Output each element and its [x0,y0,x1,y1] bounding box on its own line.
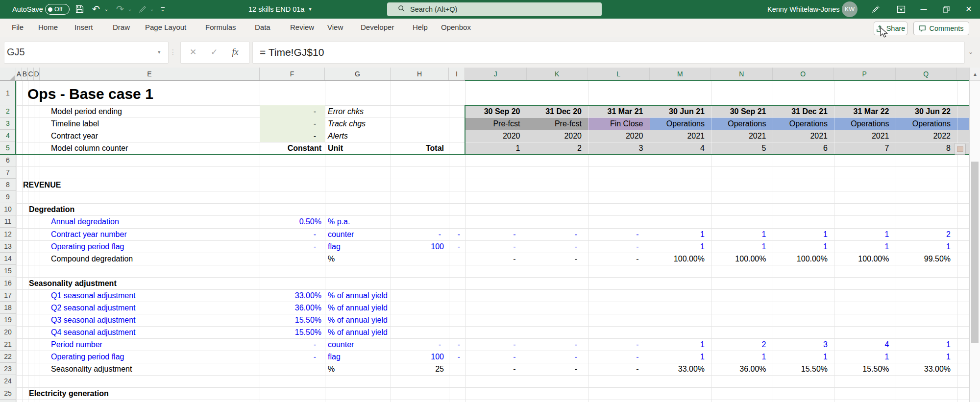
cell-P14[interactable]: 100.00% [834,253,896,265]
cell-K14[interactable]: - [527,253,588,265]
cell-I13[interactable]: - [449,240,465,253]
cell-G23[interactable]: % [325,363,335,375]
cell-N22[interactable]: 1 [711,351,773,363]
tab-review[interactable]: Review [290,19,314,36]
undo-dropdown-icon[interactable]: ⌄ [103,0,110,19]
comments-button[interactable]: Comments [913,22,969,35]
column-header-Q[interactable]: Q [896,68,957,81]
cell-E23[interactable]: Seasonality adjustment [51,363,132,375]
cell-G3[interactable]: Track chgs [325,118,366,130]
cell-O4[interactable]: 2021 [773,130,834,142]
cell-F11[interactable]: 0.50% [260,215,325,228]
cell-M2[interactable]: 30 Jun 21 [650,105,711,118]
column-header-O[interactable]: O [773,68,834,81]
cell-G4[interactable]: Alerts [325,130,348,142]
cell-L2[interactable]: 31 Mar 21 [588,105,650,118]
cell-N5[interactable]: 5 [711,142,773,154]
cell-F12[interactable]: - [260,228,325,240]
ribbon-display-icon[interactable] [894,0,908,19]
vertical-scrollbar[interactable]: ▲ [969,68,980,402]
name-box[interactable] [4,42,169,64]
document-title[interactable]: 12 skills END 01a [248,0,304,19]
row-header-13[interactable]: 13 [0,240,16,253]
tab-draw[interactable]: Draw [113,19,130,36]
minimize-button[interactable]: — [915,0,932,19]
tab-openbox[interactable]: Openbox [441,19,471,36]
cell-E21[interactable]: Period number [51,338,102,351]
cell-M5[interactable]: 4 [650,142,711,154]
row-header-18[interactable]: 18 [0,302,16,314]
column-header-B[interactable]: B [22,68,28,81]
cell-G14[interactable]: % [325,253,335,265]
row-header-2[interactable]: 2 [0,105,16,118]
save-icon[interactable] [73,0,86,19]
cell-F22[interactable]: - [260,351,325,363]
cell-J13[interactable]: - [465,240,527,253]
tab-formulas[interactable]: Formulas [205,19,236,36]
cell-Q13[interactable]: 1 [896,240,957,253]
cell-O5[interactable]: 6 [773,142,834,154]
cell-M4[interactable]: 2021 [650,130,711,142]
cell-K2[interactable]: 31 Dec 20 [527,105,588,118]
cell-L4[interactable]: 2020 [588,130,650,142]
formula-bar-expand-icon[interactable]: ⌄ [964,42,977,63]
cell-F4[interactable]: - [260,130,325,142]
cell-Q4[interactable]: 2022 [896,130,957,142]
cell-L13[interactable]: - [588,240,650,253]
cell-E4[interactable]: Contract year [51,130,98,142]
cell-Q23[interactable]: 33.00% [896,363,957,375]
cell-Q12[interactable]: 2 [896,228,957,240]
cell-J14[interactable]: - [465,253,527,265]
cell-J22[interactable]: - [465,351,527,363]
cell-E17[interactable]: Q1 seasonal adjustment [51,289,136,302]
column-header-D[interactable]: D [34,68,40,81]
column-header-I[interactable]: I [449,68,465,81]
cell-F3[interactable]: - [260,118,325,130]
row-header-26[interactable]: 26 [0,400,16,402]
cell-H5[interactable]: Total [391,142,449,154]
cell-L12[interactable]: - [588,228,650,240]
scroll-up-icon[interactable]: ▲ [970,68,980,81]
cell-F17[interactable]: 33.00% [260,289,325,302]
cell-J21[interactable]: - [465,338,527,351]
row-header-11[interactable]: 11 [0,215,16,228]
cell-F18[interactable]: 36.00% [260,302,325,314]
cell-I21[interactable]: - [449,338,465,351]
cell-M21[interactable]: 1 [650,338,711,351]
cell-J3[interactable]: Pre-fcst [465,118,527,130]
cell-G18[interactable]: % of annual yield [325,302,388,314]
tab-page-layout[interactable]: Page Layout [145,19,186,36]
ink-dropdown-icon[interactable]: ⌄ [148,0,155,19]
cell-L5[interactable]: 3 [588,142,650,154]
cell-E5[interactable]: Model column counter [51,142,128,154]
cell-E14[interactable]: Compound degredation [51,253,133,265]
cell-I22[interactable]: - [449,351,465,363]
cell-K12[interactable]: - [527,228,588,240]
column-header-M[interactable]: M [650,68,711,81]
cell-M23[interactable]: 33.00% [650,363,711,375]
cell-H21[interactable]: - [391,338,449,351]
cell-O3[interactable]: Operations [773,118,834,130]
column-header-A[interactable]: A [16,68,22,81]
cell-N23[interactable]: 36.00% [711,363,773,375]
column-header-L[interactable]: L [588,68,650,81]
cell-E2[interactable]: Model period ending [51,105,122,118]
cell-K3[interactable]: Pre-fcst [527,118,588,130]
cell-P12[interactable]: 1 [834,228,896,240]
cell-G12[interactable]: counter [325,228,354,240]
cell-H23[interactable]: 25 [391,363,449,375]
avatar[interactable]: KW [842,1,858,17]
autosave-toggle[interactable]: Off [45,4,70,15]
row-header-5[interactable]: 5 [0,142,16,154]
grip-dots-icon[interactable]: ⋮ [169,42,177,63]
row-header-22[interactable]: 22 [0,351,16,363]
share-button[interactable]: Share [874,22,907,35]
cell-L22[interactable]: - [588,351,650,363]
cell-O13[interactable]: 1 [773,240,834,253]
customize-toolbar-icon[interactable]: ⌄ [158,0,168,19]
cell-H12[interactable]: - [391,228,449,240]
cell-E12[interactable]: Contract year number [51,228,127,240]
ink-pen-icon[interactable] [136,0,149,19]
cell-L3[interactable]: Fin Close [588,118,650,130]
row-header-24[interactable]: 24 [0,375,16,387]
